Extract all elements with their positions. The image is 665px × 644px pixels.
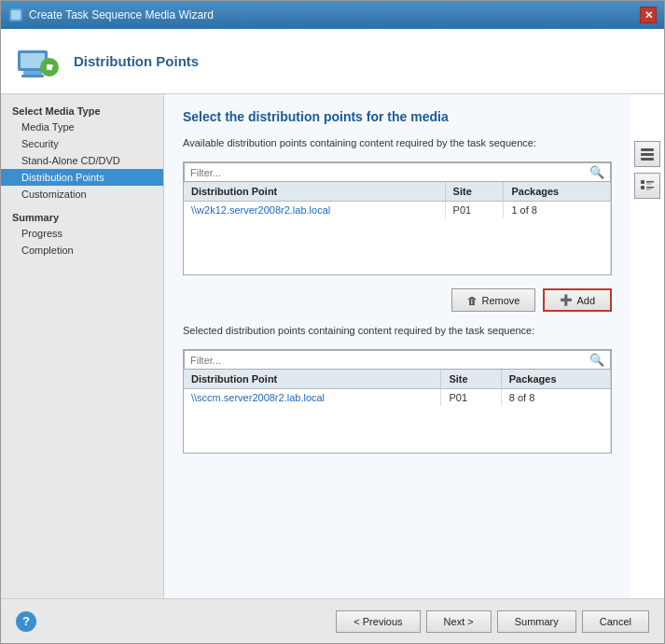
svg-rect-4 bbox=[23, 71, 42, 75]
side-detail-icon-btn[interactable] bbox=[634, 173, 660, 199]
sidebar-item-customization[interactable]: Customization bbox=[1, 186, 163, 203]
remove-icon: 🗑 bbox=[467, 295, 478, 306]
main-title: Select the distribution points for the m… bbox=[183, 109, 612, 124]
svg-rect-5 bbox=[21, 75, 44, 77]
available-filter-input[interactable] bbox=[190, 167, 589, 178]
window-icon bbox=[8, 7, 23, 22]
bottom-buttons: < Previous Next > Summary Cancel bbox=[336, 610, 649, 633]
available-label: Available distribution points containing… bbox=[183, 137, 612, 148]
sidebar-item-progress[interactable]: Progress bbox=[1, 225, 163, 242]
available-col-dp: Distribution Point bbox=[184, 182, 445, 202]
previous-button[interactable]: < Previous bbox=[336, 610, 420, 633]
title-bar: Create Task Sequence Media Wizard ✕ bbox=[1, 1, 664, 29]
available-table: Distribution Point Site Packages \\w2k12… bbox=[184, 182, 611, 274]
add-label: Add bbox=[576, 295, 595, 306]
selected-table-header-row: Distribution Point Site Packages bbox=[184, 370, 611, 389]
available-row1-packages: 1 of 8 bbox=[504, 202, 611, 219]
window-title: Create Task Sequence Media Wizard bbox=[29, 8, 214, 21]
add-icon: ➕ bbox=[560, 294, 573, 306]
selected-search-icon: 🔍 bbox=[589, 353, 604, 367]
sidebar-item-media-type[interactable]: Media Type bbox=[1, 119, 163, 135]
main-panel: Select the distribution points for the m… bbox=[164, 94, 630, 598]
list-icon bbox=[640, 147, 655, 161]
available-row1-dp: \\w2k12.server2008r2.lab.local bbox=[184, 202, 445, 219]
add-button[interactable]: ➕ Add bbox=[543, 288, 612, 312]
sidebar-section-1: Select Media Type bbox=[1, 102, 163, 119]
available-table-header-row: Distribution Point Site Packages bbox=[184, 182, 611, 202]
svg-rect-12 bbox=[646, 181, 654, 183]
close-button[interactable]: ✕ bbox=[640, 7, 657, 23]
sidebar-item-completion[interactable]: Completion bbox=[1, 242, 163, 259]
table-row[interactable]: \\w2k12.server2008r2.lab.local P01 1 of … bbox=[184, 202, 611, 219]
table-row[interactable]: \\sccm.server2008r2.lab.local P01 8 of 8 bbox=[184, 389, 611, 407]
available-row1-site: P01 bbox=[445, 202, 504, 219]
sidebar-section-2: Summary bbox=[1, 208, 163, 225]
svg-rect-11 bbox=[641, 180, 644, 184]
title-bar-left: Create Task Sequence Media Wizard bbox=[8, 7, 214, 22]
right-side-panel bbox=[630, 94, 664, 598]
selected-row1-packages: 8 of 8 bbox=[501, 389, 610, 407]
header-area: Distribution Points bbox=[1, 29, 664, 94]
remove-button[interactable]: 🗑 Remove bbox=[451, 288, 535, 312]
selected-filter-bar: 🔍 bbox=[184, 350, 611, 370]
selected-table-body: \\sccm.server2008r2.lab.local P01 8 of 8 bbox=[184, 389, 611, 454]
sidebar-item-security[interactable]: Security bbox=[1, 135, 163, 152]
wizard-window: Create Task Sequence Media Wizard ✕ Dist… bbox=[0, 0, 665, 644]
side-list-icon-btn[interactable] bbox=[634, 141, 660, 167]
selected-col-dp: Distribution Point bbox=[184, 370, 441, 389]
available-table-container: 🔍 Distribution Point Site Packages bbox=[183, 161, 612, 275]
sidebar: Select Media Type Media Type Security St… bbox=[1, 94, 164, 598]
header-title: Distribution Points bbox=[74, 53, 199, 69]
bottom-bar: ? < Previous Next > Summary Cancel bbox=[1, 598, 664, 643]
available-search-icon: 🔍 bbox=[589, 165, 604, 179]
svg-rect-10 bbox=[641, 158, 654, 161]
selected-col-packages: Packages bbox=[501, 370, 610, 389]
svg-rect-13 bbox=[646, 184, 651, 185]
selected-col-site: Site bbox=[441, 370, 501, 389]
header-icon bbox=[16, 39, 61, 84]
cancel-button[interactable]: Cancel bbox=[582, 610, 649, 633]
available-col-packages: Packages bbox=[504, 182, 611, 202]
available-col-site: Site bbox=[445, 182, 504, 202]
selected-row1-site: P01 bbox=[441, 389, 501, 407]
svg-rect-15 bbox=[646, 187, 654, 189]
available-filter-bar: 🔍 bbox=[184, 162, 611, 182]
next-button[interactable]: Next > bbox=[426, 610, 492, 633]
sidebar-item-standalone-cd[interactable]: Stand-Alone CD/DVD bbox=[1, 152, 163, 169]
remove-label: Remove bbox=[481, 295, 520, 306]
selected-filter-input[interactable] bbox=[190, 355, 589, 366]
detail-icon bbox=[640, 178, 655, 193]
help-button[interactable]: ? bbox=[16, 611, 36, 632]
selected-table-container: 🔍 Distribution Point Site Packages bbox=[183, 349, 612, 454]
available-table-body: \\w2k12.server2008r2.lab.local P01 1 of … bbox=[184, 202, 611, 275]
svg-rect-14 bbox=[641, 186, 644, 189]
selected-table: Distribution Point Site Packages \\sccm.… bbox=[184, 370, 611, 453]
summary-button[interactable]: Summary bbox=[497, 610, 576, 633]
svg-rect-1 bbox=[11, 10, 21, 20]
svg-rect-16 bbox=[646, 189, 651, 190]
action-btn-row: 🗑 Remove ➕ Add bbox=[183, 288, 612, 312]
selected-label: Selected distribution points containing … bbox=[183, 325, 612, 336]
svg-rect-8 bbox=[641, 148, 654, 151]
sidebar-item-distribution-points[interactable]: Distribution Points bbox=[1, 169, 163, 186]
svg-rect-9 bbox=[641, 153, 654, 156]
main-and-side: Select the distribution points for the m… bbox=[164, 94, 664, 598]
content-area: Select Media Type Media Type Security St… bbox=[1, 94, 664, 598]
selected-row1-dp: \\sccm.server2008r2.lab.local bbox=[184, 389, 441, 407]
